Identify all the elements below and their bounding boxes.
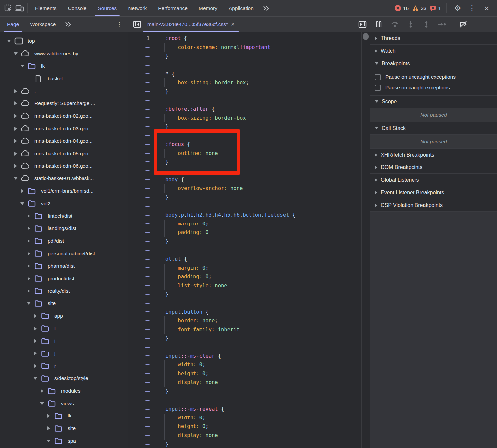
gutter-line-number[interactable] [128, 100, 154, 101]
gutter-line-number[interactable] [128, 435, 154, 436]
code-line[interactable]: } [128, 193, 370, 202]
tree-arrow-expanded[interactable] [32, 377, 38, 380]
section-header-event-listener-breakpoints[interactable]: Event Listener Breakpoints [370, 186, 497, 199]
code-line[interactable]: body,p,h1,h2,h3,h4,h5,h6,button,fieldset… [128, 211, 370, 220]
code-line[interactable]: input,button { [128, 307, 370, 316]
tree-item-lk[interactable]: lk [0, 60, 128, 72]
gutter-line-number[interactable] [128, 364, 154, 365]
tree-item-requestly-supercharge[interactable]: Requestly: Supercharge ... [0, 97, 128, 110]
gutter-line-number[interactable] [128, 347, 154, 348]
tree-item-f[interactable]: f [0, 322, 128, 335]
code-line[interactable]: overflow-anchor: none [128, 184, 370, 193]
step-out-icon[interactable] [421, 19, 432, 30]
gutter-line-number[interactable] [128, 338, 154, 339]
gutter-line-number[interactable] [128, 170, 154, 171]
tree-item-app[interactable]: app [0, 310, 128, 322]
tree-item-top[interactable]: top [0, 35, 128, 47]
tree-arrow-collapsed[interactable] [46, 414, 52, 418]
tree-item-mns-basket-cdn-03-geo[interactable]: mns-basket-cdn-03.geo... [0, 122, 128, 135]
code-line[interactable]: } [128, 387, 370, 396]
section-header-xhr-fetch-breakpoints[interactable]: XHR/fetch Breakpoints [370, 149, 497, 161]
code-line[interactable]: :before,:after { [128, 105, 370, 114]
gutter-line-number[interactable] [128, 409, 154, 410]
gutter-line-number[interactable] [128, 161, 154, 162]
checkbox-unchecked[interactable] [375, 74, 381, 80]
section-header-scope[interactable]: Scope [370, 96, 497, 108]
tree-item-vol2[interactable]: vol2 [0, 197, 128, 210]
gutter-line-number[interactable] [128, 373, 154, 374]
tree-item-modules[interactable]: modules [0, 385, 128, 397]
code-line[interactable] [128, 246, 370, 255]
gutter-line-number[interactable] [128, 267, 154, 268]
code-line[interactable] [128, 396, 370, 405]
gutter-line-number[interactable] [128, 382, 154, 383]
step-into-icon[interactable] [405, 19, 416, 30]
tree-arrow-collapsed[interactable] [32, 339, 38, 343]
gutter-line-number[interactable] [128, 329, 154, 330]
tree-item-site[interactable]: site [0, 297, 128, 310]
code-line[interactable]: padding: 0 [128, 228, 370, 237]
tab-elements[interactable]: Elements [29, 0, 62, 16]
tree-item-s-desktop-style[interactable]: s/desktop/style [0, 372, 128, 385]
gutter-line-number[interactable] [128, 426, 154, 427]
gutter-line-number[interactable] [128, 197, 154, 198]
tree-item-lk[interactable]: lk [0, 410, 128, 422]
tree-item-mns-basket-cdn-04-geo[interactable]: mns-basket-cdn-04.geo... [0, 135, 128, 148]
gutter-line-number[interactable]: 1 [128, 35, 154, 41]
code-line[interactable]: box-sizing: border-box; [128, 78, 370, 87]
tree-arrow-collapsed[interactable] [26, 226, 32, 230]
settings-gear-icon[interactable]: ⚙ [452, 3, 463, 14]
tree-arrow-collapsed[interactable] [26, 239, 32, 243]
more-tabs-icon[interactable] [259, 6, 273, 11]
gutter-line-number[interactable] [128, 303, 154, 304]
issues-badge[interactable]: 1 [430, 5, 441, 12]
code-line[interactable]: display: none [128, 431, 370, 440]
code-line[interactable]: width: 0; [128, 414, 370, 422]
code-line[interactable]: } [128, 290, 370, 299]
tree-arrow-collapsed[interactable] [26, 214, 32, 218]
code-line[interactable]: } [128, 52, 370, 61]
gutter-line-number[interactable] [128, 232, 154, 233]
deactivate-breakpoints-icon[interactable] [458, 19, 469, 30]
close-devtools-icon[interactable]: × [481, 3, 492, 14]
gutter-line-number[interactable] [128, 91, 154, 92]
tree-arrow-collapsed[interactable] [13, 114, 19, 118]
code-line[interactable]: width: 0; [128, 360, 370, 369]
tree-arrow-collapsed[interactable] [32, 314, 38, 318]
code-line[interactable] [128, 61, 370, 70]
code-line[interactable]: } [128, 334, 370, 343]
code-line[interactable]: padding: 0; [128, 272, 370, 281]
gutter-line-number[interactable] [128, 320, 154, 321]
tree-arrow-collapsed[interactable] [46, 426, 52, 430]
tree-arrow-collapsed[interactable] [26, 252, 32, 256]
gutter-line-number[interactable] [128, 188, 154, 189]
tree-item-fintech-dist[interactable]: fintech/dist [0, 210, 128, 223]
step-over-icon[interactable] [389, 19, 400, 30]
tab-application[interactable]: Application [223, 0, 259, 16]
tab-network[interactable]: Network [122, 0, 152, 16]
tab-performance[interactable]: Performance [152, 0, 193, 16]
section-header-call-stack[interactable]: Call Stack [370, 122, 497, 135]
code-line[interactable]: } [128, 440, 370, 448]
tree-item-basket[interactable]: basket [0, 72, 128, 85]
gutter-line-number[interactable] [128, 259, 154, 260]
gutter-line-number[interactable] [128, 355, 154, 356]
gutter-line-number[interactable] [128, 73, 154, 74]
gutter-line-number[interactable] [128, 135, 154, 136]
tree-arrow-collapsed[interactable] [32, 352, 38, 355]
tree-arrow-expanded[interactable] [19, 65, 25, 67]
tree-item-mns-basket-cdn-06-geo[interactable]: mns-basket-cdn-06.geo... [0, 160, 128, 172]
tree-item-r[interactable]: r [0, 360, 128, 372]
tab-sources[interactable]: Sources [92, 0, 123, 16]
code-line[interactable]: ol,ul { [128, 255, 370, 264]
section-header-csp-violation-breakpoints[interactable]: CSP Violation Breakpoints [370, 199, 497, 212]
navigator-kebab-icon[interactable]: ⋮ [111, 17, 128, 32]
tree-arrow-collapsed[interactable] [13, 89, 19, 93]
tree-item-product-dist[interactable]: product/dist [0, 272, 128, 285]
code-line[interactable]: } [128, 158, 370, 166]
checkbox-row-pause-on-caught-exceptions[interactable]: Pause on caught exceptions [370, 82, 497, 93]
tree-arrow-expanded[interactable] [46, 440, 52, 442]
section-header-breakpoints[interactable]: Breakpoints [370, 57, 497, 70]
tree-arrow-collapsed[interactable] [13, 164, 19, 168]
tree-arrow-collapsed[interactable] [13, 101, 19, 105]
